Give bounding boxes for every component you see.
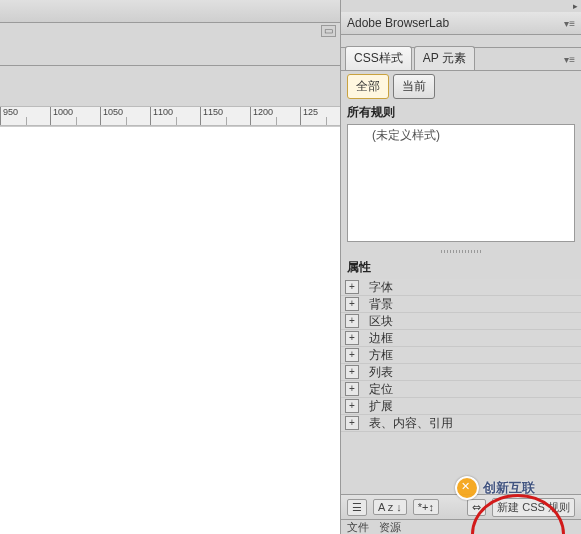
ruler-tick: 1100 bbox=[150, 107, 203, 125]
browserlab-title: Adobe BrowserLab bbox=[347, 16, 449, 30]
panel-menu-icon[interactable]: ▾≡ bbox=[564, 54, 575, 65]
panel-minimize-icon[interactable]: ▭ bbox=[321, 25, 336, 37]
all-rules-header: 所有规则 bbox=[341, 101, 581, 124]
doc-tab-bar bbox=[0, 0, 340, 23]
horizontal-ruler: 950 1000 1050 1100 1150 1200 125 bbox=[0, 106, 340, 126]
collapse-icon[interactable]: ▸ bbox=[573, 1, 578, 11]
prop-category-box[interactable]: +方框 bbox=[341, 347, 581, 364]
panel-splitter[interactable] bbox=[341, 246, 581, 256]
ruler-tick: 1150 bbox=[200, 107, 253, 125]
ruler-tick: 1000 bbox=[50, 107, 103, 125]
ruler-tick: 950 bbox=[0, 107, 53, 125]
filter-current-button[interactable]: 当前 bbox=[393, 74, 435, 99]
tab-files[interactable]: 文件 bbox=[347, 520, 369, 535]
rules-list[interactable]: (未定义样式) bbox=[347, 124, 575, 242]
css-filter-row: 全部 当前 bbox=[341, 71, 581, 101]
css-panel-footer: ☰ A z ↓ *+↕ ⇔ 新建 CSS 规则 bbox=[341, 494, 581, 519]
expand-icon[interactable]: + bbox=[345, 297, 359, 311]
design-canvas[interactable] bbox=[0, 126, 340, 534]
expand-icon[interactable]: + bbox=[345, 382, 359, 396]
browserlab-panel-header[interactable]: Adobe BrowserLab ▾≡ bbox=[341, 12, 581, 35]
prop-category-table[interactable]: +表、内容、引用 bbox=[341, 415, 581, 432]
css-panel-tabs: CSS样式 AP 元素 ▾≡ bbox=[341, 48, 581, 71]
properties-header: 属性 bbox=[341, 256, 581, 279]
show-set-icon[interactable]: *+↕ bbox=[413, 499, 439, 515]
ruler-tick: 125 bbox=[300, 107, 340, 125]
properties-list: +字体 +背景 +区块 +边框 +方框 +列表 +定位 +扩展 +表、内容、引用 bbox=[341, 279, 581, 432]
prop-category-extensions[interactable]: +扩展 bbox=[341, 398, 581, 415]
tab-assets[interactable]: 资源 bbox=[379, 520, 401, 535]
category-view-icon[interactable]: ☰ bbox=[347, 499, 367, 516]
doc-toolbar: ▭ bbox=[0, 23, 340, 66]
panel-collapse-strip[interactable]: ▸ bbox=[341, 0, 581, 12]
prop-category-font[interactable]: +字体 bbox=[341, 279, 581, 296]
new-css-rule-button[interactable]: 新建 CSS 规则 bbox=[492, 498, 575, 517]
expand-icon[interactable]: + bbox=[345, 365, 359, 379]
expand-icon[interactable]: + bbox=[345, 280, 359, 294]
prop-category-border[interactable]: +边框 bbox=[341, 330, 581, 347]
ruler-tick: 1050 bbox=[100, 107, 153, 125]
prop-category-list[interactable]: +列表 bbox=[341, 364, 581, 381]
prop-category-position[interactable]: +定位 bbox=[341, 381, 581, 398]
workspace-gap bbox=[0, 66, 340, 106]
sort-az-icon[interactable]: A z ↓ bbox=[373, 499, 407, 515]
filter-all-button[interactable]: 全部 bbox=[347, 74, 389, 99]
expand-icon[interactable]: + bbox=[345, 348, 359, 362]
files-panel-tabs: 文件 资源 bbox=[341, 519, 581, 534]
tab-ap-elements[interactable]: AP 元素 bbox=[414, 46, 475, 70]
panel-menu-icon[interactable]: ▾≡ bbox=[564, 18, 575, 29]
properties-empty bbox=[341, 432, 581, 494]
prop-category-background[interactable]: +背景 bbox=[341, 296, 581, 313]
expand-icon[interactable]: + bbox=[345, 416, 359, 430]
ruler-tick: 1200 bbox=[250, 107, 303, 125]
expand-icon[interactable]: + bbox=[345, 399, 359, 413]
attach-stylesheet-icon[interactable]: ⇔ bbox=[467, 499, 486, 516]
expand-icon[interactable]: + bbox=[345, 331, 359, 345]
prop-category-block[interactable]: +区块 bbox=[341, 313, 581, 330]
rule-item-none[interactable]: (未定义样式) bbox=[348, 125, 574, 146]
expand-icon[interactable]: + bbox=[345, 314, 359, 328]
tab-css-styles[interactable]: CSS样式 bbox=[345, 46, 412, 70]
